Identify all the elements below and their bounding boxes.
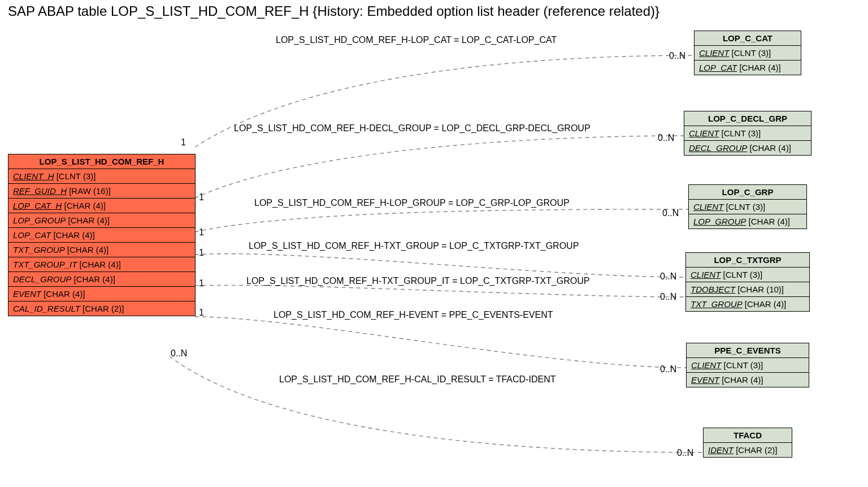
entity-field: TXT_GROUP_IT [CHAR (4)] [8,257,195,272]
cardinality-left: 1 [181,137,186,148]
entity-main-header: LOP_S_LIST_HD_COM_REF_H [8,154,195,169]
cardinality-right: 0..N [660,271,676,282]
relation-label: LOP_S_LIST_HD_COM_REF_H-TXT_GROUP_IT = L… [246,276,589,286]
entity-header: LOP_C_CAT [695,31,801,46]
relation-label: LOP_S_LIST_HD_COM_REF_H-CAL_ID_RESULT = … [279,374,555,385]
entity-lop-c-grp: LOP_C_GRP CLIENT [CLNT (3)]LOP_GROUP [CH… [688,184,807,229]
entity-field: CLIENT [CLNT (3)] [695,46,801,61]
entity-lop-c-cat: LOP_C_CAT CLIENT [CLNT (3)]LOP_CAT [CHAR… [694,31,801,75]
entity-field: TXT_GROUP [CHAR (4)] [8,243,195,257]
entity-field: CLIENT_H [CLNT (3)] [8,169,195,184]
entity-field: IDENT [CHAR (2)] [704,443,792,457]
cardinality-right: 0..N [669,51,685,61]
entity-field: TDOBJECT [CHAR (10)] [686,282,809,297]
entity-field: LOP_GROUP [CHAR (4)] [689,214,806,229]
entity-field: LOP_CAT_H [CHAR (4)] [8,199,195,213]
entity-field: TXT_GROUP [CHAR (4)] [686,297,809,311]
entity-main: LOP_S_LIST_HD_COM_REF_H CLIENT_H [CLNT (… [8,154,196,316]
entity-field: REF_GUID_H [RAW (16)] [8,184,195,199]
entity-lop-c-txtgrp: LOP_C_TXTGRP CLIENT [CLNT (3)]TDOBJECT [… [685,252,810,312]
cardinality-right: 0..N [677,448,693,458]
entity-lop-c-decl-grp: LOP_C_DECL_GRP CLIENT [CLNT (3)]DECL_GRO… [684,111,811,156]
entity-field: CLIENT [CLNT (3)] [686,268,809,282]
relation-label: LOP_S_LIST_HD_COM_REF_H-LOP_GROUP = LOP_… [254,198,570,208]
entity-field: DECL_GROUP [CHAR (4)] [8,272,195,287]
entity-header: LOP_C_GRP [689,185,806,200]
entity-field: CLIENT [CLNT (3)] [687,358,809,373]
relation-label: LOP_S_LIST_HD_COM_REF_H-LOP_CAT = LOP_C_… [276,35,557,45]
entity-header: LOP_C_TXTGRP [686,253,809,268]
cardinality-left: 1 [199,192,204,202]
relation-label: LOP_S_LIST_HD_COM_REF_H-TXT_GROUP = LOP_… [249,241,579,251]
entity-header: LOP_C_DECL_GRP [684,111,811,126]
cardinality-left: 0..N [171,348,187,359]
entity-field: CLIENT [CLNT (3)] [684,126,811,141]
page-title: SAP ABAP table LOP_S_LIST_HD_COM_REF_H {… [8,3,659,19]
entity-field: EVENT [CHAR (4)] [8,287,195,301]
relation-label: LOP_S_LIST_HD_COM_REF_H-EVENT = PPE_C_EV… [274,310,553,320]
entity-field: CAL_ID_RESULT [CHAR (2)] [8,301,195,316]
entity-field: DECL_GROUP [CHAR (4)] [684,141,811,155]
entity-field: EVENT [CHAR (4)] [687,373,809,387]
cardinality-right: 0..N [660,292,676,302]
entity-header: PPE_C_EVENTS [687,343,809,358]
entity-field: LOP_GROUP [CHAR (4)] [8,213,195,228]
cardinality-right: 0..N [660,364,676,374]
entity-header: TFACD [704,428,792,443]
cardinality-left: 1 [199,278,204,288]
cardinality-left: 1 [199,308,204,318]
entity-field: CLIENT [CLNT (3)] [689,200,806,214]
entity-field: LOP_CAT [CHAR (4)] [695,61,801,75]
cardinality-right: 0..N [658,133,674,143]
entity-field: LOP_CAT [CHAR (4)] [8,228,195,243]
entity-ppe-c-events: PPE_C_EVENTS CLIENT [CLNT (3)]EVENT [CHA… [686,343,809,387]
cardinality-right: 0..N [662,208,679,218]
cardinality-left: 1 [199,248,204,258]
cardinality-left: 1 [199,227,204,238]
entity-tfacd: TFACD IDENT [CHAR (2)] [703,428,792,458]
relation-label: LOP_S_LIST_HD_COM_REF_H-DECL_GROUP = LOP… [234,123,591,133]
